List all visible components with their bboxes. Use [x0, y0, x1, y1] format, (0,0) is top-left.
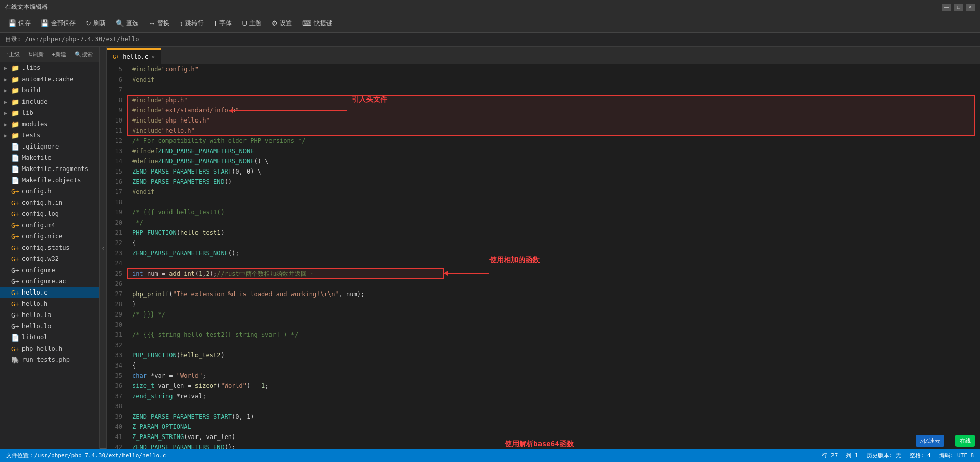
code-line-19: /* {{{ void hello_test1() — [132, 207, 975, 217]
tree-item-label: .libs — [22, 64, 40, 71]
file-path: 文件位置：/usr/phper/php-7.4.30/ext/hello/hel… — [6, 452, 166, 459]
line-number-21: 21 — [109, 228, 122, 238]
tree-item-config-nice[interactable]: G+config.nice — [0, 231, 99, 242]
line-number-23: 23 — [109, 248, 122, 258]
tree-item-tests[interactable]: ▶📁tests — [0, 130, 99, 141]
save-all-button[interactable]: 💾全部保存 — [37, 17, 80, 30]
settings-button[interactable]: ⚙设置 — [267, 17, 296, 30]
line-number-32: 32 — [109, 340, 122, 350]
close-button[interactable]: × — [966, 4, 975, 11]
tree-item-php-hello-h[interactable]: G+php_hello.h — [0, 343, 99, 354]
tree-item-label: hello.h — [22, 300, 48, 307]
tree-item-config-h[interactable]: G+config.h — [0, 186, 99, 197]
tree-item-libtool[interactable]: 📄libtool — [0, 332, 99, 343]
code-line-30 — [132, 320, 975, 330]
line-number-9: 9 — [109, 105, 122, 115]
line-number-28: 28 — [109, 299, 122, 309]
line-number-37: 37 — [109, 391, 122, 401]
code-line-29: /* }}} */ — [132, 309, 975, 320]
tree-item-config-h-in[interactable]: G+config.h.in — [0, 197, 99, 208]
tab-hello.c[interactable]: G+ hello.c × — [107, 48, 161, 64]
sidebar-collapse-button[interactable]: ‹ — [100, 47, 107, 449]
new-file-button[interactable]: +新建 — [50, 50, 69, 59]
shortcuts-button[interactable]: ⌨快捷键 — [298, 17, 336, 30]
close-tab-button[interactable]: × — [152, 54, 155, 60]
code-line-42: ZEND_PARSE_PARAMETERS_END(); — [132, 442, 975, 449]
code-line-22: { — [132, 238, 975, 248]
line-number-29: 29 — [109, 309, 122, 320]
online-badge: 在线 — [955, 435, 975, 447]
code-line-40: Z_PARAM_OPTIONAL — [132, 422, 975, 432]
tree-item-configure-ac[interactable]: G+configure.ac — [0, 276, 99, 287]
code-line-14: #define ZEND_PARSE_PARAMETERS_NONE() \ — [132, 156, 975, 166]
file-c-icon: G+ — [11, 210, 19, 218]
tree-item-label: tests — [22, 132, 40, 139]
win-controls: — □ × — [942, 4, 975, 11]
tree-item-hello-la[interactable]: G+hello.la — [0, 309, 99, 321]
col-info: 列 1 — [846, 452, 858, 459]
code-line-20: */ — [132, 217, 975, 228]
line-number-13: 13 — [109, 146, 122, 156]
tree-item-config-m4[interactable]: G+config.m4 — [0, 220, 99, 231]
tree-item-label: autom4te.cache — [22, 76, 74, 83]
tree-item--libs[interactable]: ▶📁.libs — [0, 62, 99, 74]
file-c-icon: G+ — [11, 311, 19, 319]
file-c-icon: G+ — [11, 266, 19, 274]
file-icon: 📄 — [11, 165, 19, 173]
find-button[interactable]: 🔍查选 — [112, 17, 142, 30]
tree-item-lib[interactable]: ▶📁lib — [0, 107, 99, 118]
tree-item-configure[interactable]: G+configure — [0, 264, 99, 276]
file-c-icon: G+ — [11, 199, 19, 207]
tree-item-config-status[interactable]: G+config.status — [0, 242, 99, 253]
file-icon: 📄 — [11, 177, 19, 184]
code-line-34: { — [132, 360, 975, 371]
code-editor[interactable]: #include "config.h"#endif#include "php.h… — [127, 64, 980, 449]
minimize-button[interactable]: — — [942, 4, 951, 11]
code-line-39: ZEND_PARSE_PARAMETERS_START(0, 1) — [132, 411, 975, 422]
tree-item-label: config.m4 — [22, 222, 55, 229]
line-number-10: 10 — [109, 115, 122, 126]
tree-item-label: config.log — [22, 210, 59, 217]
tree-item-hello-h[interactable]: G+hello.h — [0, 298, 99, 309]
folder-arrow: ▶ — [4, 88, 11, 93]
file-icon: 📄 — [11, 154, 19, 162]
replace-button[interactable]: ↔替换 — [144, 17, 174, 30]
code-line-26 — [132, 279, 975, 289]
font-button[interactable]: T字体 — [210, 17, 236, 30]
tree-item-config-log[interactable]: G+config.log — [0, 208, 99, 220]
tree-item-Makefile-fragments[interactable]: 📄Makefile.fragments — [0, 163, 99, 175]
code-line-33: PHP_FUNCTION(hello_test2) — [132, 350, 975, 360]
tree-item-hello-c[interactable]: G+hello.c — [0, 287, 99, 298]
breadcrumb-label: 目录: /usr/phper/php-7.4.30/ext/hello — [5, 35, 139, 44]
goto-line-button[interactable]: ↕跳转行 — [176, 17, 208, 30]
tree-item-Makefile[interactable]: 📄Makefile — [0, 152, 99, 163]
refresh-sidebar-button[interactable]: ↻刷新 — [26, 50, 46, 59]
tree-item-label: configure — [22, 266, 55, 274]
folder-icon: 📁 — [11, 132, 19, 139]
tree-item-label: config.w32 — [22, 255, 59, 262]
folder-arrow: ▶ — [4, 110, 11, 116]
line-number-16: 16 — [109, 177, 122, 187]
tree-item-label: modules — [22, 120, 48, 128]
code-line-35: char *var = "World"; — [132, 371, 975, 381]
search-sidebar-button[interactable]: 🔍搜索 — [72, 50, 95, 59]
tree-item-label: libtool — [22, 334, 48, 341]
tree-item--gitignore[interactable]: 📄.gitignore — [0, 141, 99, 152]
tree-item-label: hello.lo — [22, 323, 52, 330]
theme-button[interactable]: U主题 — [238, 17, 265, 30]
save-button[interactable]: 💾保存 — [4, 17, 35, 30]
refresh-button[interactable]: ↻刷新 — [82, 17, 110, 30]
code-container[interactable]: 5678910111213141516171819202122232425262… — [107, 64, 980, 449]
tree-item-Makefile-objects[interactable]: 📄Makefile.objects — [0, 175, 99, 186]
tree-item-build[interactable]: ▶📁build — [0, 85, 99, 96]
maximize-button[interactable]: □ — [954, 4, 963, 11]
tree-item-autom4te-cache[interactable]: ▶📁autom4te.cache — [0, 74, 99, 85]
tree-item-hello-lo[interactable]: G+hello.lo — [0, 321, 99, 332]
tree-item-run-tests-php[interactable]: 🐘run-tests.php — [0, 354, 99, 366]
tree-item-modules[interactable]: ▶📁modules — [0, 118, 99, 130]
tree-item-config-w32[interactable]: G+config.w32 — [0, 253, 99, 264]
up-button[interactable]: ↑上级 — [3, 50, 22, 59]
folder-icon: 📁 — [11, 87, 19, 94]
sidebar-toolbar: ↑上级↻刷新+新建🔍搜索 — [0, 47, 99, 62]
tree-item-include[interactable]: ▶📁include — [0, 96, 99, 107]
